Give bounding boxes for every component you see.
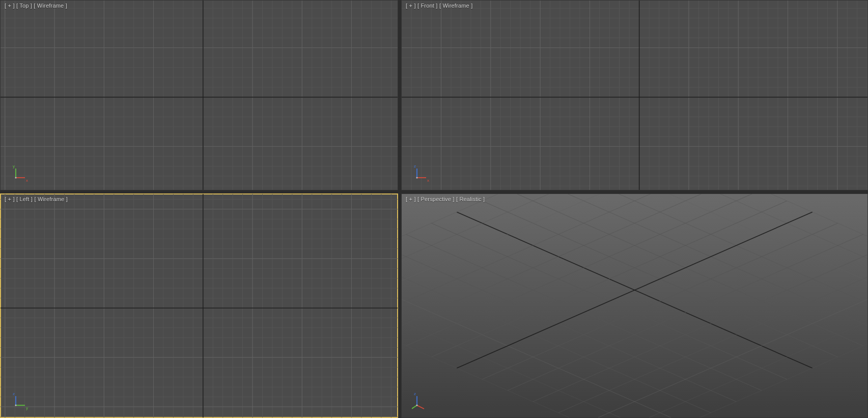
svg-line-260 bbox=[402, 194, 635, 290]
viewport-perspective-grid bbox=[402, 194, 867, 417]
viewport-shading[interactable]: [ Wireframe ] bbox=[34, 196, 68, 202]
viewport-name[interactable]: [ Perspective ] bbox=[417, 196, 455, 202]
viewport-menu-plus[interactable]: [ + ] bbox=[406, 196, 416, 202]
viewport-shading[interactable]: [ Realistic ] bbox=[456, 196, 485, 202]
viewport-shading[interactable]: [ Wireframe ] bbox=[34, 3, 67, 9]
viewport-left-label[interactable]: [ + ] [ Left ] [ Wireframe ] bbox=[5, 196, 68, 202]
svg-line-258 bbox=[402, 279, 660, 417]
viewport-top-grid bbox=[1, 1, 398, 190]
viewport-menu-plus[interactable]: [ + ] bbox=[406, 3, 416, 9]
viewport-quad: [ + ] [ Top ] [ Wireframe ] xy [ + ] [ F… bbox=[0, 0, 868, 418]
svg-line-257 bbox=[402, 268, 685, 417]
svg-line-250 bbox=[508, 194, 863, 346]
svg-line-274 bbox=[635, 290, 868, 417]
svg-line-249 bbox=[533, 194, 867, 335]
viewport-name[interactable]: [ Front ] bbox=[417, 3, 438, 9]
svg-line-245 bbox=[635, 194, 868, 290]
svg-line-255 bbox=[402, 245, 736, 402]
viewport-shading[interactable]: [ Wireframe ] bbox=[439, 3, 473, 9]
svg-line-273 bbox=[609, 279, 867, 417]
viewport-left-grid bbox=[1, 194, 398, 417]
svg-line-265 bbox=[406, 194, 761, 346]
viewport-left[interactable]: [ + ] [ Left ] [ Wireframe ] yz bbox=[0, 193, 398, 418]
svg-line-272 bbox=[584, 268, 867, 417]
viewport-front-label[interactable]: [ + ] [ Front ] [ Wireframe ] bbox=[406, 3, 472, 9]
viewport-perspective-label[interactable]: [ + ] [ Perspective ] [ Realistic ] bbox=[406, 196, 485, 202]
viewport-menu-plus[interactable]: [ + ] bbox=[5, 3, 15, 9]
viewport-top[interactable]: [ + ] [ Top ] [ Wireframe ] xy bbox=[0, 0, 398, 190]
viewport-name[interactable]: [ Top ] bbox=[16, 3, 32, 9]
viewport-perspective[interactable]: [ + ] [ Perspective ] [ Realistic ] xyz bbox=[401, 193, 868, 418]
viewport-front[interactable]: [ + ] [ Front ] [ Wireframe ] xz bbox=[401, 0, 868, 190]
viewport-menu-plus[interactable]: [ + ] bbox=[5, 196, 15, 202]
svg-line-264 bbox=[402, 194, 736, 335]
viewport-front-grid bbox=[402, 1, 867, 190]
svg-line-261 bbox=[402, 194, 660, 301]
viewport-name[interactable]: [ Left ] bbox=[16, 196, 33, 202]
svg-line-259 bbox=[402, 290, 635, 417]
viewport-top-label[interactable]: [ + ] [ Top ] [ Wireframe ] bbox=[5, 3, 67, 9]
svg-line-246 bbox=[609, 194, 867, 301]
svg-line-270 bbox=[533, 245, 867, 402]
